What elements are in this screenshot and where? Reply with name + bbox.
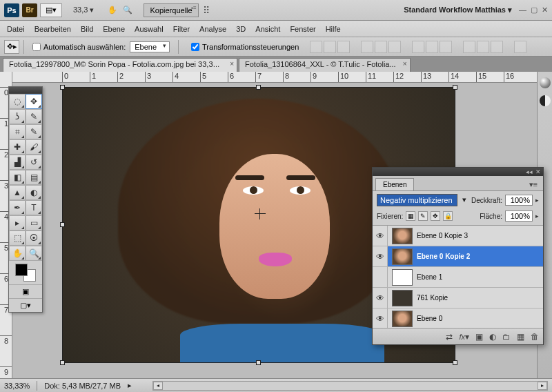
h-scrollbar[interactable]: ◂ ▸ <box>152 381 548 391</box>
doc-tab-inactive[interactable]: Fotolia_13106864_XXL - © T.Tulic - Fotol… <box>239 58 411 72</box>
hand-icon[interactable]: ✋ <box>108 6 117 14</box>
foreground-color-swatch[interactable] <box>15 264 28 276</box>
layer-group-icon[interactable]: 🗀 <box>502 332 511 342</box>
chevron-right-icon[interactable]: ▸ <box>535 197 539 204</box>
dist-1-icon[interactable] <box>412 41 424 53</box>
close-icon[interactable]: × <box>230 60 234 68</box>
chevron-right-icon[interactable]: ▸ <box>535 213 539 219</box>
layer-list[interactable]: 👁Ebene 0 Kopie 3👁Ebene 0 Kopie 2Ebene 1👁… <box>373 226 543 328</box>
lock-pixels-icon[interactable]: ✎ <box>418 211 428 221</box>
3d-tool[interactable]: ⬚ <box>9 231 26 246</box>
align-bottom-icon[interactable] <box>337 41 350 53</box>
crop-tool[interactable]: ⌗ <box>9 124 26 139</box>
layer-fx-icon[interactable]: fx▾ <box>459 332 469 342</box>
layer-thumbnail[interactable] <box>392 228 413 244</box>
bridge-icon[interactable]: Br <box>22 3 37 17</box>
lock-position-icon[interactable]: ✥ <box>431 211 440 221</box>
align-vcenter-icon[interactable] <box>324 41 336 53</box>
layer-thumbnail[interactable] <box>392 311 413 327</box>
layer-name[interactable]: Ebene 0 Kopie 3 <box>417 232 543 239</box>
visibility-eye-icon[interactable]: 👁 <box>373 288 388 308</box>
clone-source-panel-tab[interactable]: Kopierquelle▪≡ <box>144 3 198 17</box>
panel-header[interactable]: ◂◂ ✕ <box>373 168 543 176</box>
dist-5-icon[interactable] <box>477 41 489 53</box>
horizontal-ruler[interactable]: 012345678910111213141516 <box>12 72 537 83</box>
menu-analyse[interactable]: Analyse <box>199 25 226 33</box>
layer-name[interactable]: Ebene 1 <box>417 273 543 281</box>
visibility-eye-icon[interactable]: 👁 <box>373 308 388 328</box>
align-right-icon[interactable] <box>388 41 401 53</box>
transform-center-icon[interactable] <box>255 208 266 219</box>
menu-bearbeiten[interactable]: Bearbeiten <box>34 25 71 33</box>
lasso-tool[interactable]: ʖ <box>9 109 26 124</box>
3d-camera-tool[interactable]: ⦿ <box>26 231 42 246</box>
menu-filter[interactable]: Filter <box>173 25 190 33</box>
layers-tab[interactable]: Ebenen <box>375 178 414 190</box>
menu-3d[interactable]: 3D <box>236 25 246 33</box>
panel-close-icon[interactable]: ✕ <box>535 168 541 175</box>
layer-name[interactable]: Ebene 0 <box>417 315 543 322</box>
visibility-eye-icon[interactable]: 👁 <box>373 226 388 246</box>
zoom-indicator[interactable]: 33,3 ▾ <box>73 6 94 14</box>
gradient-tool[interactable]: ▤ <box>26 170 42 185</box>
brush-tool[interactable]: 🖌 <box>26 139 42 155</box>
minibridge-icon[interactable]: ▤▾ <box>40 3 62 17</box>
stamp-tool[interactable]: ▟ <box>9 155 26 170</box>
current-tool-icon[interactable]: ✥▸ <box>4 40 19 54</box>
adjustment-layer-icon[interactable]: ◐ <box>489 332 496 342</box>
menu-fenster[interactable]: Fenster <box>290 25 315 33</box>
eraser-tool[interactable]: ◧ <box>9 170 26 185</box>
blur-tool[interactable]: ▲ <box>9 185 26 200</box>
layer-row[interactable]: 👁Ebene 0 Kopie 2 <box>373 246 543 267</box>
screenmode-toggle[interactable]: ▢▾ <box>9 298 42 312</box>
color-panel-icon[interactable] <box>540 77 551 88</box>
minimize-button[interactable]: — <box>519 6 526 14</box>
layer-thumbnail[interactable] <box>392 290 413 306</box>
panel-menu-icon[interactable]: ▾≡ <box>526 179 540 190</box>
layer-name[interactable]: 761 Kopie <box>417 294 543 302</box>
dist-4-icon[interactable] <box>463 41 475 53</box>
align-left-icon[interactable] <box>361 41 373 53</box>
menu-bild[interactable]: Bild <box>81 25 93 33</box>
zoom-icon[interactable]: 🔍 <box>123 6 132 14</box>
transform-controls-checkbox[interactable]: Transformationssteuerungen <box>191 43 299 51</box>
fill-input[interactable]: 100% <box>505 210 533 222</box>
quickmask-toggle[interactable]: ▣ <box>9 284 42 298</box>
blend-mode-select[interactable]: Negativ multiplizieren <box>377 194 457 206</box>
dodge-tool[interactable]: ◐ <box>26 185 42 200</box>
layer-row[interactable]: Ebene 1 <box>373 267 543 288</box>
scroll-right-icon[interactable]: ▸ <box>538 382 547 390</box>
photoshop-icon[interactable]: Ps <box>4 3 19 17</box>
toolbox-grip[interactable] <box>9 87 42 94</box>
autoselect-target-combo[interactable]: Ebene <box>130 41 170 52</box>
maximize-button[interactable]: ▢ <box>531 6 538 14</box>
menu-hilfe[interactable]: Hilfe <box>326 25 341 33</box>
type-tool[interactable]: T <box>26 200 42 215</box>
dist-2-icon[interactable] <box>426 41 438 53</box>
link-layers-icon[interactable]: ⇄ <box>446 332 453 342</box>
layer-row[interactable]: 👁761 Kopie <box>373 288 543 308</box>
layer-thumbnail[interactable] <box>392 248 413 265</box>
shape-tool[interactable]: ▭ <box>26 215 42 231</box>
close-button[interactable]: ✕ <box>542 6 548 14</box>
doc-tab-active[interactable]: Fotolia_12997800_M© Sorin Popa - Fotolia… <box>3 58 237 72</box>
layer-row[interactable]: 👁Ebene 0 <box>373 308 543 328</box>
align-hcenter-icon[interactable] <box>375 41 387 53</box>
path-select-tool[interactable]: ▸ <box>9 215 26 231</box>
layer-thumbnail[interactable] <box>392 269 413 286</box>
zoom-tool[interactable]: 🔍 <box>26 246 42 261</box>
lock-all-icon[interactable]: 🔒 <box>443 211 453 221</box>
dist-3-icon[interactable] <box>440 41 452 53</box>
status-doc-size[interactable]: Dok: 5,43 MB/27,7 MB <box>44 382 121 390</box>
scroll-left-icon[interactable]: ◂ <box>153 382 163 390</box>
lock-transparency-icon[interactable]: ▦ <box>406 211 415 221</box>
panel-grip-icon[interactable]: ⠿ <box>203 5 210 16</box>
close-icon[interactable]: × <box>403 60 407 68</box>
autoalign-icon[interactable] <box>514 41 526 53</box>
pen-tool[interactable]: ✒ <box>9 200 26 215</box>
menu-ansicht[interactable]: Ansicht <box>255 25 280 33</box>
heal-tool[interactable]: ✚ <box>9 139 26 155</box>
align-top-icon[interactable] <box>310 41 322 53</box>
menu-ebene[interactable]: Ebene <box>103 25 125 33</box>
opacity-input[interactable]: 100% <box>505 195 533 206</box>
